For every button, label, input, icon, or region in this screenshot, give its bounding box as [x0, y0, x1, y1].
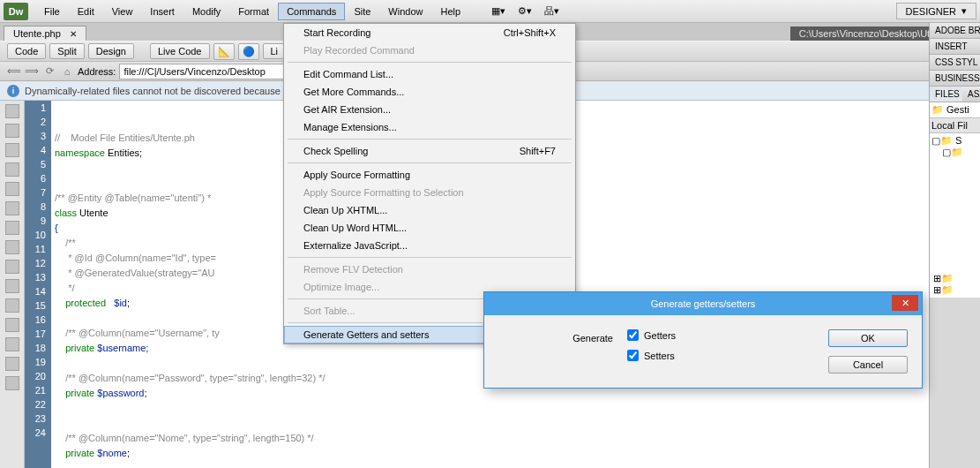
- site-dropdown[interactable]: 📁 Gesti: [931, 104, 978, 116]
- file-tree-node[interactable]: ▢📁: [931, 147, 978, 158]
- gutter-icon[interactable]: [5, 201, 19, 215]
- gear-dropdown-icon[interactable]: ⚙▾: [517, 4, 533, 19]
- menu-commands[interactable]: Commands: [278, 3, 345, 20]
- file-tree-node[interactable]: ⊞📁: [931, 284, 978, 296]
- file-tree-node[interactable]: ⊞📁: [931, 273, 978, 284]
- address-input[interactable]: [119, 64, 287, 79]
- split-view-button[interactable]: Split: [49, 43, 84, 59]
- dropdown-item[interactable]: Apply Source Formatting to Selection: [284, 184, 575, 201]
- dialog-close-button[interactable]: ✕: [892, 295, 918, 311]
- design-view-button[interactable]: Design: [88, 43, 134, 59]
- dropdown-item[interactable]: Get More Commands...: [284, 83, 575, 101]
- gutter-icon[interactable]: [5, 298, 19, 313]
- live-view-toggle[interactable]: 🔵: [238, 43, 259, 60]
- gutter-icon[interactable]: [5, 240, 19, 254]
- cancel-button[interactable]: Cancel: [828, 356, 908, 374]
- dropdown-item[interactable]: Apply Source Formatting: [284, 166, 575, 184]
- generate-getters-setters-dialog: Generate getters/setters ✕ Generate Gett…: [483, 291, 923, 389]
- getters-checkbox[interactable]: [627, 329, 639, 341]
- file-tab-label: Utente.php: [13, 28, 61, 39]
- dropdown-item[interactable]: Clean Up Word HTML...: [284, 219, 575, 237]
- setters-checkbox[interactable]: [627, 350, 639, 361]
- info-icon: i: [7, 85, 19, 97]
- getters-checkbox-row[interactable]: Getters: [627, 329, 814, 341]
- menu-format[interactable]: Format: [229, 3, 278, 20]
- refresh-icon[interactable]: ⟳: [42, 64, 56, 79]
- gutter-icon[interactable]: [5, 318, 19, 332]
- gutter-icon[interactable]: [5, 124, 19, 138]
- dialog-title: Generate getters/setters: [651, 298, 756, 309]
- gutter-icon[interactable]: [5, 337, 19, 351]
- close-icon[interactable]: ✕: [70, 29, 77, 39]
- gutter-icon[interactable]: [5, 182, 19, 196]
- dropdown-item[interactable]: Play Recorded Command: [284, 42, 575, 59]
- panel-tab-assets[interactable]: AS: [962, 87, 980, 102]
- info-text: Dynamically-related files cannot not be …: [25, 86, 286, 96]
- menu-edit[interactable]: Edit: [69, 3, 103, 20]
- panel-tab-adobe[interactable]: ADOBE BR: [930, 23, 980, 39]
- menu-file[interactable]: File: [35, 3, 69, 20]
- menu-window[interactable]: Window: [379, 3, 431, 20]
- dialog-titlebar: Generate getters/setters ✕: [484, 292, 922, 315]
- panel-tab-insert[interactable]: INSERT: [930, 39, 980, 55]
- line-number-gutter: 123456789101112131415161718192021222324: [25, 101, 51, 468]
- panel-tab-business[interactable]: BUSINESS: [930, 71, 980, 87]
- gutter-icon[interactable]: [5, 162, 19, 177]
- setters-label: Setters: [644, 351, 675, 361]
- dropdown-item[interactable]: Remove FLV Detection: [284, 260, 575, 278]
- gutter-icon[interactable]: [5, 104, 19, 118]
- app-logo: Dw: [4, 3, 28, 20]
- generate-label: Generate: [498, 329, 613, 374]
- dropdown-item[interactable]: Start RecordingCtrl+Shift+X: [284, 24, 575, 42]
- workspace-switcher[interactable]: DESIGNER ▾: [896, 3, 976, 19]
- right-panel-dock: ADOBE BR INSERT CSS STYL BUSINESS FILES …: [929, 23, 980, 468]
- files-header: Local Fil: [930, 117, 980, 133]
- back-icon[interactable]: ⟸: [7, 64, 21, 79]
- menu-insert[interactable]: Insert: [141, 3, 183, 20]
- inspect-button[interactable]: 📐: [213, 43, 235, 60]
- menu-site[interactable]: Site: [345, 3, 379, 20]
- menu-help[interactable]: Help: [431, 3, 469, 20]
- dropdown-item[interactable]: Get AIR Extension...: [284, 101, 575, 118]
- file-tree-node[interactable]: ▢📁 S: [931, 135, 978, 147]
- workspace-label: DESIGNER: [906, 6, 956, 17]
- gutter-icon[interactable]: [5, 143, 19, 157]
- gutter-icon[interactable]: [5, 260, 19, 274]
- dropdown-item[interactable]: Check SpellingShift+F7: [284, 142, 575, 160]
- gutter-icon[interactable]: [5, 279, 19, 293]
- file-tab[interactable]: Utente.php ✕: [4, 26, 86, 41]
- live-code-button[interactable]: Live Code: [150, 43, 210, 59]
- code-toolbar: [0, 101, 25, 468]
- menu-view[interactable]: View: [103, 3, 142, 20]
- getters-label: Getters: [644, 330, 676, 341]
- dropdown-item[interactable]: Manage Extensions...: [284, 118, 575, 136]
- gutter-icon[interactable]: [5, 221, 19, 235]
- ok-button[interactable]: OK: [828, 329, 908, 347]
- files-panel-body: 📁 Gesti Local Fil ▢📁 S ▢📁 ⊞📁 ⊞📁: [930, 102, 980, 298]
- code-view-button[interactable]: Code: [7, 43, 46, 59]
- dropdown-item[interactable]: Externalize JavaScript...: [284, 237, 575, 254]
- layout-dropdown-icon[interactable]: ▦▾: [490, 4, 506, 19]
- menu-modify[interactable]: Modify: [183, 3, 229, 20]
- dropdown-item[interactable]: Edit Command List...: [284, 65, 575, 83]
- panel-tab-files[interactable]: FILES: [930, 87, 962, 102]
- gutter-icon[interactable]: [5, 376, 19, 390]
- dropdown-item[interactable]: Clean Up XHTML...: [284, 201, 575, 219]
- setters-checkbox-row[interactable]: Setters: [627, 350, 814, 361]
- sitemap-dropdown-icon[interactable]: 品▾: [543, 4, 559, 19]
- chevron-down-icon: ▾: [961, 5, 967, 17]
- forward-icon[interactable]: ⟹: [25, 64, 39, 79]
- address-label: Address:: [78, 66, 116, 77]
- menubar: Dw File Edit View Insert Modify Format C…: [0, 0, 980, 23]
- panel-tab-css[interactable]: CSS STYL: [930, 55, 980, 71]
- gutter-icon[interactable]: [5, 357, 19, 371]
- home-icon[interactable]: ⌂: [60, 64, 74, 79]
